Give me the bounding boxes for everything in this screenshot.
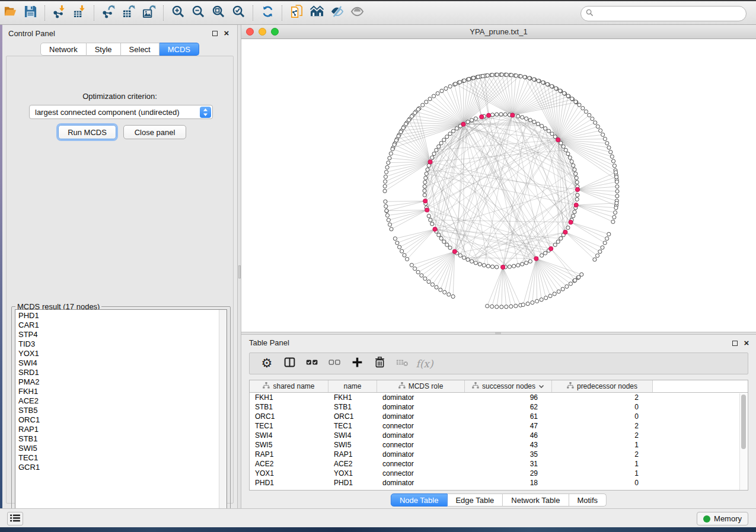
vertical-splitter[interactable] [237,25,241,508]
export-image-button[interactable] [139,4,159,22]
mcds-result-item[interactable]: YOX1 [18,349,227,358]
memory-status-icon [703,515,710,523]
mcds-result-item[interactable]: TID3 [18,339,227,349]
table-scrollbar[interactable] [739,393,747,490]
close-panel-button[interactable]: Close panel [123,125,186,139]
mcds-result-item[interactable]: ACE2 [18,396,227,406]
network-canvas[interactable] [241,39,756,332]
mcds-result-item[interactable]: CAR1 [18,321,227,330]
tab-network-table[interactable]: Network Table [503,493,569,507]
column-label: predecessor nodes [577,382,637,390]
tab-node-table[interactable]: Node Table [391,493,448,507]
table-toolbar: ⚙ f(x) [249,352,748,374]
column-header-shared-name[interactable]: shared name [250,380,328,392]
column-header-name[interactable]: name [328,380,377,392]
node-table[interactable]: shared namenameMCDS rolesuccessor nodesp… [249,380,748,491]
mcds-result-item[interactable]: STB1 [18,434,227,444]
table-row[interactable]: RAP1RAP1dominator352 [250,450,748,459]
save-session-button[interactable] [20,4,40,22]
select-all-columns-button[interactable] [301,355,323,373]
tab-network[interactable]: Network [40,43,87,56]
table-row[interactable]: STB1STB1dominator620 [250,402,748,412]
zoom-in-button[interactable] [168,4,188,22]
function-builder-button-disabled: f(x) [413,355,436,373]
tab-select[interactable]: Select [121,43,160,56]
table-panel-float-button[interactable] [731,339,738,347]
mcds-result-item[interactable]: ORC1 [18,415,227,425]
mcds-result-item[interactable]: STP4 [18,330,227,339]
cell: 46 [465,431,552,440]
export-network-icon [102,5,116,21]
table-panel-close-button[interactable]: × [743,339,750,347]
table-settings-button[interactable]: ⚙ [256,355,278,373]
network-window-title: YPA_prune.txt_1 [241,27,756,36]
export-network-button[interactable] [98,4,119,22]
table-row[interactable]: SWI4SWI4dominator462 [250,431,748,440]
tab-mcds[interactable]: MCDS [160,43,199,56]
hide-selected-button[interactable] [327,4,347,22]
mcds-list-scrollbar[interactable] [219,310,227,517]
table-scrollbar-thumb[interactable] [741,395,746,449]
mcds-result-item[interactable]: FKH1 [18,387,227,396]
mcds-result-item[interactable]: RAP1 [18,425,227,434]
column-label: successor nodes [482,382,535,390]
mcds-result-item[interactable]: STB5 [18,406,227,415]
zoom-selected-button[interactable] [228,4,248,22]
tab-edge-table[interactable]: Edge Table [447,493,503,507]
mcds-result-list[interactable]: PHD1CAR1STP4TID3YOX1SWI4SRD1PMA2FKH1ACE2… [15,309,227,518]
main-toolbar [0,1,756,25]
cell: TEC1 [328,421,377,431]
refresh-button[interactable] [257,4,277,22]
cell: 29 [465,469,552,478]
table-row[interactable]: PHD1PHD1dominator180 [250,478,748,488]
create-column-button[interactable] [346,355,368,373]
mcds-result-item[interactable]: SWI4 [18,358,227,368]
table-row[interactable]: YOX1YOX1connector291 [250,469,748,478]
first-neighbors-button[interactable] [307,4,327,22]
mcds-result-item[interactable]: GCR1 [18,463,227,472]
mcds-result-item[interactable]: TEC1 [18,453,227,463]
search-field[interactable] [580,6,747,21]
horizontal-splitter-handle[interactable] [495,332,501,334]
control-panel-close-button[interactable]: × [223,30,230,37]
column-header-MCDS-role[interactable]: MCDS role [377,380,465,392]
mcds-result-item[interactable]: SWI5 [18,444,227,453]
cell: 2 [552,393,653,402]
mcds-result-item[interactable]: SRD1 [18,368,227,377]
import-table-button[interactable] [69,4,90,22]
tab-motifs[interactable]: Motifs [569,493,607,507]
export-table-icon [122,5,136,21]
show-column-panel-button[interactable] [278,355,301,373]
zoom-out-button[interactable] [188,4,208,22]
delete-column-button[interactable] [368,355,391,373]
zoom-fit-button[interactable] [208,4,228,22]
deselect-all-columns-button[interactable] [323,355,346,373]
control-panel-float-button[interactable] [211,30,218,37]
table-row[interactable]: ORC1ORC1dominator610 [250,412,748,421]
run-mcds-button[interactable]: Run MCDS [58,125,116,139]
export-table-button[interactable] [119,4,139,22]
table-row[interactable]: SWI5SWI5connector431 [250,440,748,450]
new-network-from-selection-button[interactable] [286,4,307,22]
task-history-button[interactable] [7,512,23,525]
open-file-button[interactable] [0,4,20,22]
hide-eye-icon [330,5,344,21]
network-window-titlebar[interactable]: YPA_prune.txt_1 [241,25,756,39]
mcds-result-item[interactable]: PHD1 [18,311,227,321]
column-header-predecessor-nodes[interactable]: predecessor nodes [552,380,653,392]
tab-style[interactable]: Style [87,43,121,56]
import-network-button[interactable] [49,4,69,22]
table-row[interactable]: FKH1FKH1dominator962 [250,393,748,402]
vertical-splitter-handle[interactable] [238,265,241,278]
cell: 43 [465,440,552,450]
memory-button[interactable]: Memory [697,512,748,525]
mcds-result-item[interactable]: PMA2 [18,377,227,387]
table-row[interactable]: TEC1TEC1connector472 [250,421,748,431]
cell: 1 [552,459,653,469]
column-header-successor-nodes[interactable]: successor nodes [465,380,552,392]
table-row[interactable]: ACE2ACE2connector311 [250,459,748,469]
criterion-dropdown[interactable]: largest connected component (undirected) [29,105,213,119]
criterion-selected-value: largest connected component (undirected) [35,108,200,117]
show-all-button[interactable] [347,4,367,22]
search-input[interactable] [594,8,746,20]
